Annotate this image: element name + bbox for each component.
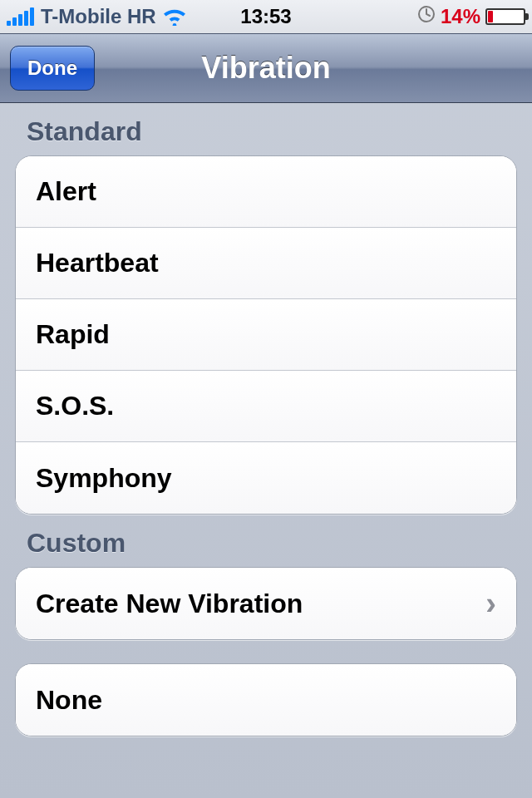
signal-icon [7, 7, 34, 26]
row-label: S.O.S. [36, 391, 114, 421]
carrier-label: T-Mobile HR [41, 5, 156, 28]
battery-icon [485, 8, 525, 25]
status-left: T-Mobile HR [7, 5, 417, 28]
row-label: Symphony [36, 463, 172, 494]
battery-percent: 14% [441, 5, 480, 28]
group-custom: Create New Vibration › [15, 567, 517, 640]
page-title: Vibration [201, 51, 330, 86]
row-symphony[interactable]: Symphony [16, 442, 516, 514]
group-none: None [15, 663, 517, 736]
row-heartbeat[interactable]: Heartbeat [16, 228, 516, 299]
row-create-new-vibration[interactable]: Create New Vibration › [16, 568, 516, 639]
wifi-icon [163, 7, 186, 26]
row-label: None [36, 685, 102, 716]
status-bar: T-Mobile HR 13:53 14% [0, 0, 532, 33]
status-time: 13:53 [240, 5, 291, 28]
section-header-custom: Custom [15, 515, 517, 567]
row-none[interactable]: None [16, 664, 516, 736]
row-label: Heartbeat [36, 248, 159, 278]
row-rapid[interactable]: Rapid [16, 299, 516, 371]
row-alert[interactable]: Alert [16, 156, 516, 228]
done-button[interactable]: Done [10, 46, 95, 91]
section-header-standard: Standard [15, 103, 517, 155]
row-sos[interactable]: S.O.S. [16, 371, 516, 442]
row-label: Alert [36, 176, 96, 207]
alarm-icon [417, 5, 436, 28]
status-right: 14% [417, 5, 525, 28]
nav-bar: Done Vibration [0, 33, 532, 103]
chevron-right-icon: › [485, 586, 496, 622]
row-label: Create New Vibration [36, 589, 303, 619]
row-label: Rapid [36, 319, 110, 350]
group-standard: Alert Heartbeat Rapid S.O.S. Symphony [15, 155, 517, 515]
content: Standard Alert Heartbeat Rapid S.O.S. Sy… [0, 103, 532, 753]
